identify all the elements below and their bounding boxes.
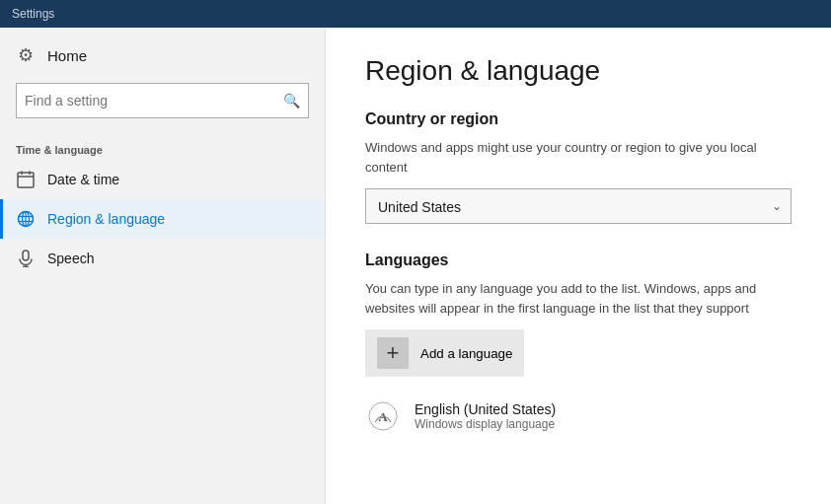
search-icon: 🔍 (283, 93, 300, 108)
gear-icon: ⚙ (16, 45, 36, 65)
content-area: ⚙ Home 🔍 Time & language Date & time (0, 28, 831, 504)
svg-rect-0 (18, 173, 34, 187)
region-icon (16, 209, 36, 229)
add-language-label: Add a language (420, 346, 512, 361)
plus-icon: + (377, 337, 409, 369)
sidebar: ⚙ Home 🔍 Time & language Date & time (0, 28, 326, 504)
languages-description: You can type in any language you add to … (365, 279, 792, 318)
sidebar-home-button[interactable]: ⚙ Home (0, 36, 325, 75)
language-sub: Windows display language (415, 417, 556, 431)
microphone-icon (16, 249, 36, 268)
main-content: Region & language Country or region Wind… (326, 28, 831, 504)
language-item-english[interactable]: A English (United States) Windows displa… (365, 393, 792, 440)
title-bar: Settings (0, 0, 831, 28)
language-icon-english: A (365, 398, 401, 434)
language-name: English (United States) (415, 401, 556, 417)
sidebar-item-date-time[interactable]: Date & time (0, 160, 325, 199)
add-language-button[interactable]: + Add a language (365, 329, 524, 377)
language-info-english: English (United States) Windows display … (415, 401, 556, 431)
languages-section-title: Languages (365, 252, 792, 269)
calendar-icon (16, 170, 36, 189)
sidebar-item-region-language[interactable]: Region & language (0, 199, 325, 239)
country-section-title: Country or region (365, 110, 792, 128)
sidebar-item-speech-label: Speech (47, 251, 94, 266)
sidebar-item-date-time-label: Date & time (47, 172, 119, 187)
country-section: Country or region Windows and apps might… (365, 110, 792, 224)
languages-section: Languages You can type in any language y… (365, 252, 792, 440)
search-box[interactable]: 🔍 (16, 83, 309, 118)
country-description: Windows and apps might use your country … (365, 138, 792, 177)
search-input[interactable] (25, 93, 283, 108)
app-title: Settings (12, 7, 54, 21)
country-dropdown-wrapper: United States United Kingdom Canada Aust… (365, 188, 792, 224)
home-label: Home (47, 47, 87, 64)
sidebar-item-speech[interactable]: Speech (0, 239, 325, 278)
sidebar-item-region-language-label: Region & language (47, 211, 165, 227)
svg-rect-9 (23, 251, 29, 260)
page-title: Region & language (365, 55, 792, 87)
sidebar-section-label: Time & language (0, 134, 325, 160)
country-dropdown[interactable]: United States United Kingdom Canada Aust… (365, 188, 792, 224)
